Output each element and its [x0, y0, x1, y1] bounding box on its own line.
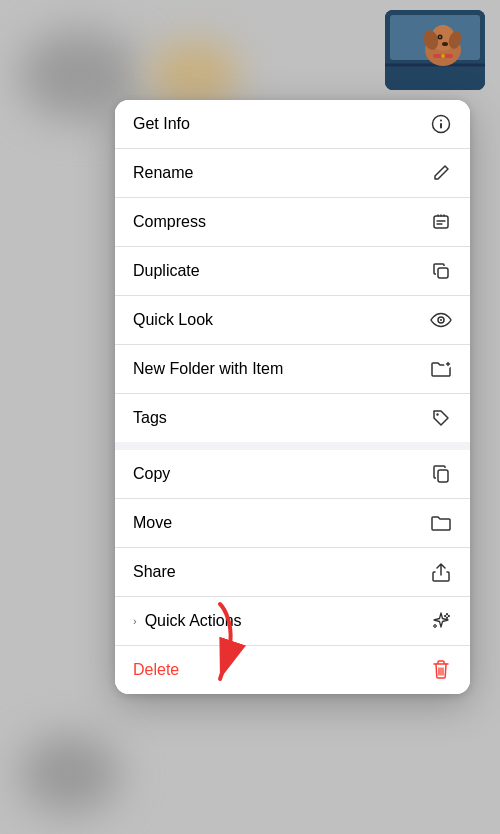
menu-item-quick-look-label: Quick Look: [133, 311, 213, 329]
menu-item-quick-look[interactable]: Quick Look: [115, 296, 470, 345]
svg-rect-22: [438, 470, 448, 482]
bg-decoration-3: [20, 734, 120, 814]
menu-item-get-info-label: Get Info: [133, 115, 190, 133]
compress-icon: [430, 211, 452, 233]
file-thumbnail: [385, 10, 485, 90]
svg-point-12: [441, 54, 445, 58]
menu-item-quick-actions[interactable]: › Quick Actions: [115, 597, 470, 646]
menu-item-share-label: Share: [133, 563, 176, 581]
svg-rect-16: [434, 216, 448, 228]
menu-item-rename-label: Rename: [133, 164, 193, 182]
menu-section-divider: [115, 442, 470, 450]
menu-item-share[interactable]: Share: [115, 548, 470, 597]
menu-item-tags[interactable]: Tags: [115, 394, 470, 442]
thumbnail-image: [385, 10, 485, 90]
menu-item-new-folder[interactable]: New Folder with Item: [115, 345, 470, 394]
menu-section-1: Get Info Rename Compress: [115, 100, 470, 442]
menu-item-duplicate-label: Duplicate: [133, 262, 200, 280]
menu-item-compress-label: Compress: [133, 213, 206, 231]
info-icon: [430, 113, 452, 135]
menu-item-rename[interactable]: Rename: [115, 149, 470, 198]
menu-item-copy[interactable]: Copy: [115, 450, 470, 499]
svg-rect-15: [440, 123, 442, 129]
menu-item-copy-label: Copy: [133, 465, 170, 483]
duplicate-icon: [430, 260, 452, 282]
folder-plus-icon: [430, 358, 452, 380]
svg-point-21: [436, 413, 438, 415]
svg-point-19: [440, 319, 442, 321]
menu-item-new-folder-label: New Folder with Item: [133, 360, 283, 378]
svg-rect-17: [438, 268, 448, 278]
pencil-icon: [430, 162, 452, 184]
menu-item-quick-actions-label: › Quick Actions: [133, 612, 242, 630]
menu-item-duplicate[interactable]: Duplicate: [115, 247, 470, 296]
menu-item-delete[interactable]: Delete: [115, 646, 470, 694]
svg-point-9: [439, 36, 441, 38]
tag-icon: [430, 407, 452, 429]
menu-item-tags-label: Tags: [133, 409, 167, 427]
menu-section-2: Copy Move Share: [115, 450, 470, 694]
menu-item-compress[interactable]: Compress: [115, 198, 470, 247]
trash-icon: [430, 659, 452, 681]
submenu-arrow: ›: [133, 615, 137, 627]
sparkles-icon: [430, 610, 452, 632]
folder-icon: [430, 512, 452, 534]
copy-icon: [430, 463, 452, 485]
svg-point-14: [440, 120, 442, 122]
menu-item-move-label: Move: [133, 514, 172, 532]
menu-item-move[interactable]: Move: [115, 499, 470, 548]
menu-item-get-info[interactable]: Get Info: [115, 100, 470, 149]
eye-icon: [430, 309, 452, 331]
share-icon: [430, 561, 452, 583]
svg-point-10: [442, 42, 448, 46]
menu-item-delete-label: Delete: [133, 661, 179, 679]
context-menu: Get Info Rename Compress: [115, 100, 470, 694]
